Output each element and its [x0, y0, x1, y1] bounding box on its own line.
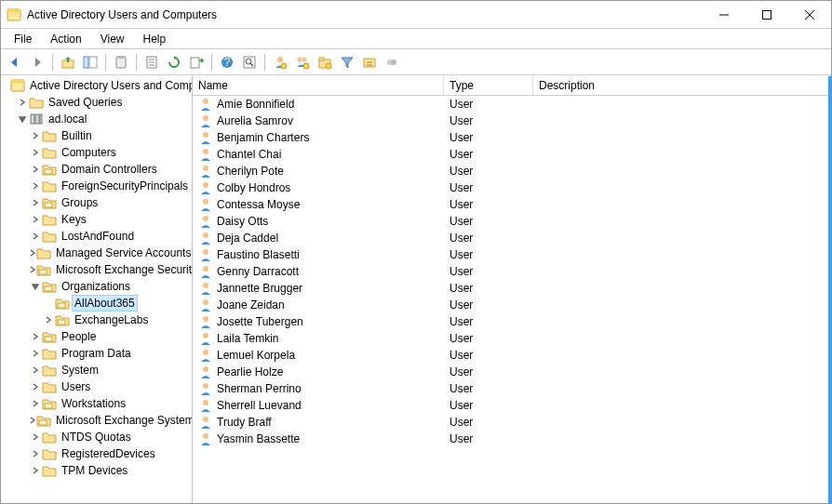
tree-node[interactable]: Computers: [1, 144, 192, 161]
expand-toggle-icon[interactable]: [29, 380, 42, 393]
tree-node[interactable]: Builtin: [1, 127, 192, 144]
properties-button[interactable]: [141, 52, 162, 73]
row-type: User: [444, 365, 533, 378]
new-user-button[interactable]: [270, 52, 290, 73]
list-row[interactable]: Cherilyn PoteUser: [193, 163, 831, 179]
tree-node[interactable]: System: [1, 362, 192, 378]
list-row[interactable]: Contessa MoyseUser: [193, 196, 831, 213]
tree-node[interactable]: Workstations: [1, 395, 192, 412]
expand-toggle-icon[interactable]: [42, 313, 55, 326]
tree-node[interactable]: People: [1, 328, 192, 345]
up-one-level-button[interactable]: [58, 52, 78, 73]
tree-node[interactable]: Microsoft Exchange Security Groups: [1, 261, 192, 278]
list-row[interactable]: Amie BonnifieldUser: [193, 96, 831, 113]
menu-action[interactable]: Action: [43, 31, 88, 47]
list-row[interactable]: Trudy BraffUser: [193, 414, 831, 431]
row-type: User: [444, 332, 533, 345]
forward-button[interactable]: [27, 52, 47, 73]
tree-node[interactable]: Groups: [1, 194, 192, 211]
tree-node[interactable]: Program Data: [1, 345, 192, 362]
expand-toggle-icon[interactable]: [29, 129, 42, 142]
list-row[interactable]: Benjamin ChartersUser: [193, 129, 831, 146]
expand-toggle-icon[interactable]: [29, 330, 42, 343]
expand-toggle-icon[interactable]: [29, 464, 42, 477]
list-row[interactable]: Lemuel KorpelaUser: [193, 347, 831, 364]
close-button[interactable]: [788, 1, 831, 29]
tree-node[interactable]: Keys: [1, 211, 192, 228]
expand-toggle-icon[interactable]: [29, 230, 42, 243]
list-row[interactable]: Joane ZeidanUser: [193, 297, 831, 313]
tree-node[interactable]: Domain Controllers: [1, 161, 192, 178]
tree-node[interactable]: RegisteredDevices: [1, 445, 192, 462]
column-header-type[interactable]: Type: [444, 75, 533, 95]
expand-toggle-icon[interactable]: [29, 364, 42, 377]
tree-node[interactable]: Organizations: [1, 278, 192, 295]
list-row[interactable]: Jannette BruggerUser: [193, 280, 831, 297]
list-row[interactable]: Chantel ChaiUser: [193, 146, 831, 163]
list-row[interactable]: Deja CaddelUser: [193, 230, 831, 246]
expand-toggle-icon[interactable]: [29, 347, 42, 360]
list-row[interactable]: Pearlie HolzeUser: [193, 364, 831, 380]
tree-node[interactable]: Users: [1, 378, 192, 395]
tree-node[interactable]: ExchangeLabs: [1, 312, 192, 328]
expand-toggle-icon[interactable]: [29, 431, 42, 444]
list-row[interactable]: Daisy OttsUser: [193, 213, 831, 230]
column-header-name[interactable]: Name: [193, 75, 444, 95]
back-button[interactable]: [5, 52, 25, 73]
new-ou-button[interactable]: [315, 52, 335, 73]
expand-toggle-icon[interactable]: [29, 146, 42, 159]
tree-root[interactable]: Active Directory Users and Computers: [1, 77, 192, 94]
show-hide-tree-button[interactable]: [80, 52, 101, 73]
filter-button[interactable]: [337, 52, 357, 73]
expand-toggle-icon[interactable]: [29, 213, 42, 226]
list-row[interactable]: Aurelia SamrovUser: [193, 113, 831, 129]
tree-pane[interactable]: Active Directory Users and Computers Sav…: [1, 75, 193, 503]
expand-toggle-icon[interactable]: [29, 447, 42, 460]
menu-view[interactable]: View: [93, 31, 132, 47]
extra-toolbar-button[interactable]: [382, 52, 402, 73]
expand-toggle-icon[interactable]: [29, 163, 42, 176]
expand-toggle-icon[interactable]: [16, 113, 29, 126]
list-row[interactable]: Colby HondrosUser: [193, 179, 831, 196]
paste-button[interactable]: [111, 52, 131, 73]
list-row[interactable]: Sherman PerrinoUser: [193, 380, 831, 397]
expand-toggle-icon[interactable]: [29, 414, 36, 427]
find-button[interactable]: [239, 52, 260, 73]
svg-point-51: [203, 182, 208, 188]
list-row[interactable]: Laila TemkinUser: [193, 330, 831, 347]
expand-toggle-icon[interactable]: [16, 96, 29, 109]
refresh-button[interactable]: [164, 52, 184, 73]
list-row[interactable]: Genny DarracottUser: [193, 263, 831, 280]
list-row[interactable]: Josette TubergenUser: [193, 313, 831, 330]
tree-node[interactable]: Managed Service Accounts: [1, 245, 192, 261]
maximize-button[interactable]: [745, 1, 788, 29]
expand-toggle-icon[interactable]: [29, 263, 36, 276]
list-row[interactable]: Sherrell LuevandUser: [193, 397, 831, 414]
menu-file[interactable]: File: [7, 31, 39, 47]
export-list-button[interactable]: [186, 52, 207, 73]
column-header-description[interactable]: Description: [533, 75, 831, 95]
tree-node-label: Program Data: [60, 346, 133, 361]
list-row[interactable]: Yasmin BassetteUser: [193, 431, 831, 447]
saved-query-button[interactable]: [359, 52, 380, 73]
expand-toggle-icon[interactable]: [29, 280, 42, 293]
expand-toggle-icon[interactable]: [29, 246, 36, 259]
minimize-button[interactable]: [703, 1, 745, 29]
help-button[interactable]: ?: [217, 52, 237, 73]
tree-node[interactable]: TPM Devices: [1, 462, 192, 479]
list-body[interactable]: Amie BonnifieldUserAurelia SamrovUserBen…: [193, 96, 831, 503]
ou-icon: [55, 312, 70, 327]
tree-node[interactable]: AllAbout365: [1, 295, 192, 312]
tree-node[interactable]: Saved Queries: [1, 94, 192, 111]
tree-node[interactable]: LostAndFound: [1, 228, 192, 245]
tree-node[interactable]: NTDS Quotas: [1, 429, 192, 445]
tree-node[interactable]: Microsoft Exchange System Objects: [1, 412, 192, 429]
new-group-button[interactable]: [292, 52, 313, 73]
expand-toggle-icon[interactable]: [29, 179, 42, 192]
expand-toggle-icon[interactable]: [29, 397, 42, 410]
tree-node[interactable]: ad.local: [1, 111, 192, 127]
tree-node[interactable]: ForeignSecurityPrincipals: [1, 178, 192, 194]
menu-help[interactable]: Help: [136, 31, 174, 47]
list-row[interactable]: Faustino BlasettiUser: [193, 246, 831, 263]
expand-toggle-icon[interactable]: [29, 196, 42, 209]
